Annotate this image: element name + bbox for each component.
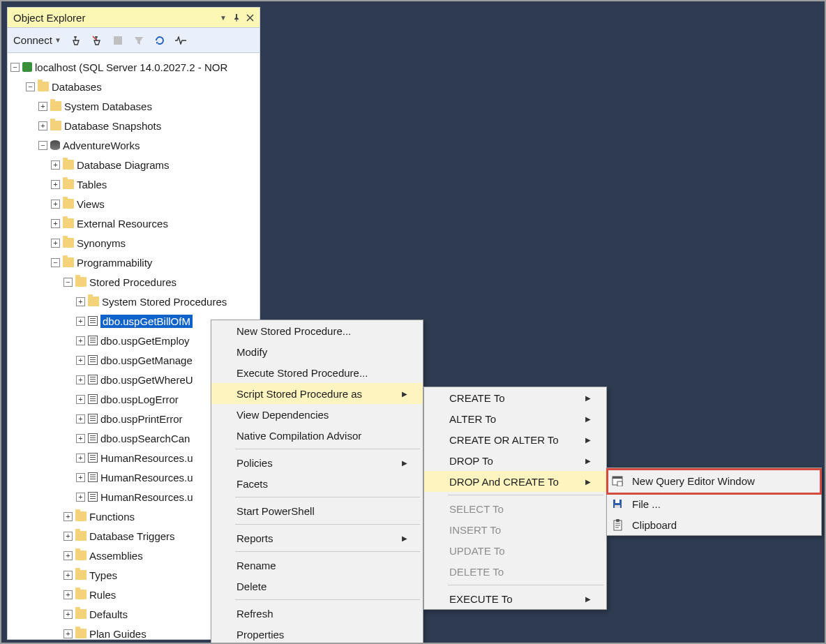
menu-label: Refresh [232,608,407,620]
menu-select-to: SELECT To [424,498,606,519]
submenu-drop-and-create-to: New Query Editor Window File ... Clipboa… [606,467,822,536]
tree-stored-procedures[interactable]: −Stored Procedures [10,272,257,292]
tree-databases[interactable]: −Databases [10,77,257,96]
menu-label: DROP And CREATE To [445,476,585,488]
menu-drop-to[interactable]: DROP To▶ [424,450,606,471]
stored-procedure-icon [88,433,98,443]
menu-label: File ... [628,498,806,510]
menu-create-or-alter-to[interactable]: CREATE OR ALTER To▶ [424,429,606,450]
menu-label: CREATE To [445,392,585,404]
chevron-down-icon: ▼ [54,36,61,44]
tree-external-resources[interactable]: +External Resources [10,214,257,233]
menu-refresh[interactable]: Refresh [211,603,423,624]
submenu-arrow-icon: ▶ [585,436,591,444]
folder-icon [38,82,49,91]
menu-reports[interactable]: Reports▶ [211,527,423,548]
folder-icon [63,257,74,267]
tree-database-diagrams[interactable]: +Database Diagrams [10,155,257,174]
tree-label: dbo.uspGetManage [100,354,193,366]
menu-new-sp[interactable]: New Stored Procedure... [211,320,423,341]
folder-icon [75,629,87,638]
disconnect-icon[interactable] [91,34,103,47]
menu-update-to: UPDATE To [424,540,606,561]
folder-icon [75,609,87,619]
submenu-arrow-icon: ▶ [585,415,591,423]
tree-adventureworks[interactable]: −AdventureWorks [10,135,257,155]
menu-clipboard[interactable]: Clipboard [607,514,821,535]
filter-icon[interactable] [133,34,145,47]
stop-icon [112,34,124,47]
menu-file[interactable]: File ... [607,493,821,514]
tree-label: Functions [89,511,135,523]
svg-rect-4 [615,500,620,503]
submenu-arrow-icon: ▶ [402,459,407,467]
menu-properties[interactable]: Properties [211,624,423,644]
folder-icon [63,238,74,248]
menu-native-compilation[interactable]: Native Compilation Advisor [211,425,423,446]
menu-label: Modify [232,346,407,358]
tree-server[interactable]: −localhost (SQL Server 14.0.2027.2 - NOR [10,57,257,77]
dropdown-icon[interactable]: ▼ [220,14,227,22]
menu-label: Delete [232,581,407,592]
menu-alter-to[interactable]: ALTER To▶ [424,408,606,429]
refresh-icon[interactable] [153,34,166,47]
panel-header: Object Explorer ▼ [8,8,260,28]
tree-label: Synonyms [77,237,126,249]
stored-procedure-icon [88,316,98,326]
svg-rect-0 [114,36,122,45]
menu-new-query-editor-window[interactable]: New Query Editor Window [607,468,821,493]
menu-rename[interactable]: Rename [211,555,423,576]
stored-procedure-icon [88,355,98,365]
menu-label: Clipboard [628,519,806,531]
context-menu-sp: New Stored Procedure... Modify Execute S… [211,320,423,644]
menu-label: View Dependencies [232,409,407,421]
tree-tables[interactable]: +Tables [10,174,257,194]
submenu-arrow-icon: ▶ [402,390,407,398]
folder-icon [88,297,99,306]
menu-create-to[interactable]: CREATE To▶ [424,387,606,408]
pin-icon[interactable] [232,13,241,22]
tree-label: Defaults [89,608,128,620]
tree-database-snapshots[interactable]: +Database Snapshots [10,116,257,135]
submenu-arrow-icon: ▶ [585,595,591,603]
svg-rect-5 [615,505,620,508]
menu-label: CREATE OR ALTER To [445,434,585,446]
menu-start-powershell[interactable]: Start PowerShell [211,500,423,521]
tree-label: Programmability [77,257,152,269]
activity-icon[interactable] [174,34,187,47]
tree-programmability[interactable]: −Programmability [10,253,257,272]
svg-rect-7 [616,519,620,522]
close-icon[interactable] [246,14,254,22]
submenu-arrow-icon: ▶ [585,457,591,465]
menu-facets[interactable]: Facets [211,473,423,494]
tree-system-databases[interactable]: +System Databases [10,96,257,116]
menu-label: Facets [232,478,407,490]
folder-icon [50,121,61,130]
submenu-arrow-icon: ▶ [402,534,407,542]
menu-label: DROP To [445,455,585,467]
menu-modify[interactable]: Modify [211,341,423,362]
stored-procedure-icon [88,492,98,502]
menu-separator [235,599,420,600]
tree-label: dbo.uspGetEmploy [100,335,190,347]
menu-execute-to[interactable]: EXECUTE To▶ [424,588,606,609]
menu-label: Start PowerShell [232,505,407,517]
folder-icon [75,551,87,560]
menu-label: Policies [232,457,402,469]
folder-icon [63,218,74,228]
menu-execute-sp[interactable]: Execute Stored Procedure... [211,362,423,383]
menu-view-dependencies[interactable]: View Dependencies [211,404,423,425]
tree-system-stored-procedures[interactable]: +System Stored Procedures [10,292,257,311]
menu-delete[interactable]: Delete [211,576,423,597]
menu-separator [448,495,603,495]
menu-drop-and-create-to[interactable]: DROP And CREATE To▶ [424,471,606,492]
tree-views[interactable]: +Views [10,194,257,214]
connect-button[interactable]: Connect ▼ [13,34,61,46]
tree-synonyms[interactable]: +Synonyms [10,233,257,253]
connect-object-icon[interactable] [70,34,82,47]
menu-label: SELECT To [445,503,591,515]
menu-script-as[interactable]: Script Stored Procedure as▶ [211,383,423,404]
menu-separator [235,449,420,449]
menu-policies[interactable]: Policies▶ [211,452,423,473]
tree-label: HumanResources.u [100,491,193,503]
